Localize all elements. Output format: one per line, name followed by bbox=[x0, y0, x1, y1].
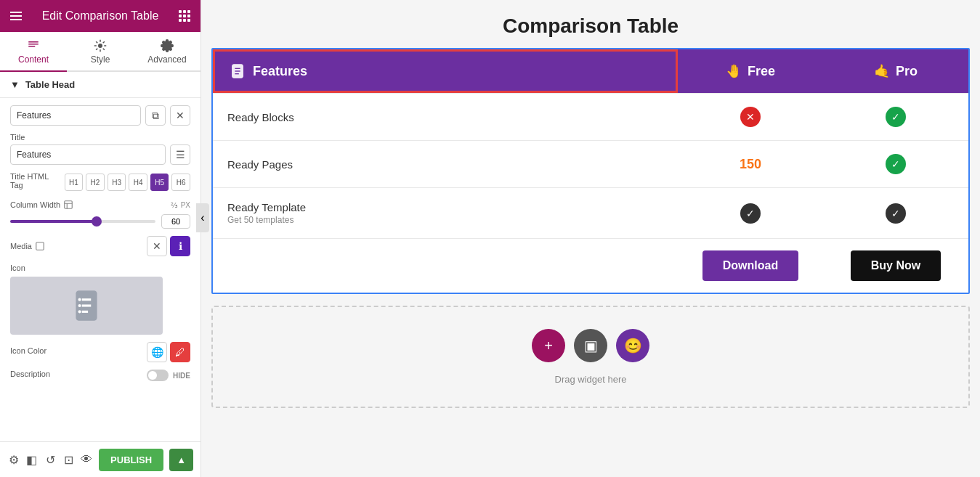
svg-point-1 bbox=[99, 44, 102, 48]
drag-text: Drag widget here bbox=[555, 374, 627, 385]
sidebar: Edit Comparison Table Content Style Adva… bbox=[0, 0, 201, 477]
svg-rect-3 bbox=[65, 201, 73, 209]
icon-preview bbox=[10, 277, 163, 335]
th-free-label: Free bbox=[748, 64, 775, 79]
description-hide-label: HIDE bbox=[173, 372, 190, 380]
buynow-button[interactable]: Buy Now bbox=[851, 250, 941, 281]
col-width-unit: ⅔ PX bbox=[171, 201, 190, 209]
tag-h3[interactable]: H3 bbox=[108, 174, 126, 191]
title-input-row: ☰ bbox=[10, 144, 190, 165]
th-features[interactable]: Features bbox=[213, 49, 678, 93]
icon-color-label: Icon Color bbox=[10, 346, 46, 355]
grid-icon[interactable] bbox=[179, 10, 190, 22]
tag-h5[interactable]: H5 bbox=[150, 174, 169, 191]
footer-download: Download bbox=[678, 250, 823, 281]
cross-icon: ✕ bbox=[740, 107, 761, 127]
svg-point-11 bbox=[78, 310, 81, 313]
title-field-group: Title ☰ bbox=[10, 133, 190, 165]
close-icon[interactable]: ✕ bbox=[170, 105, 190, 126]
settings-icon[interactable]: ⚙ bbox=[7, 448, 20, 471]
row3-main: Ready Template bbox=[227, 201, 306, 213]
svg-rect-4 bbox=[36, 242, 44, 250]
row1-free: ✕ bbox=[678, 94, 823, 140]
title-label: Title bbox=[10, 133, 190, 142]
tag-h6[interactable]: H6 bbox=[171, 174, 190, 191]
media-controls: ✕ ℹ bbox=[147, 236, 190, 256]
layers-icon[interactable]: ◧ bbox=[25, 448, 38, 471]
html-tag-label: Title HTML Tag bbox=[10, 172, 59, 189]
row2-name: Ready Pages bbox=[213, 141, 678, 187]
description-toggle[interactable] bbox=[147, 370, 169, 381]
table-footer: Download Buy Now bbox=[213, 238, 968, 293]
tab-content[interactable]: Content bbox=[0, 32, 67, 72]
row3-free: ✓ bbox=[678, 188, 823, 238]
footer-buynow: Buy Now bbox=[823, 250, 968, 281]
icon-color-picker[interactable]: 🖊 bbox=[170, 342, 190, 362]
download-button[interactable]: Download bbox=[702, 250, 798, 281]
sidebar-footer: ⚙ ◧ ↺ ⊡ 👁 PUBLISH ▲ bbox=[0, 441, 201, 477]
check-dark-icon-1: ✓ bbox=[740, 203, 761, 224]
main-content: Comparison Table Features 🤚 Free 🤙 bbox=[201, 0, 980, 477]
svg-point-9 bbox=[78, 298, 81, 301]
tag-h1[interactable]: H1 bbox=[65, 174, 84, 191]
icon-label-row: Icon bbox=[10, 264, 190, 272]
number-150: 150 bbox=[740, 157, 761, 172]
media-remove-icon[interactable]: ✕ bbox=[147, 236, 167, 256]
publish-button[interactable]: PUBLISH bbox=[99, 449, 163, 471]
templates-icon[interactable]: ⊡ bbox=[62, 448, 75, 471]
sidebar-header: Edit Comparison Table bbox=[0, 0, 201, 32]
tab-content-label: Content bbox=[18, 54, 49, 65]
tab-style[interactable]: Style bbox=[67, 32, 134, 72]
table-row: Ready Blocks ✕ ✓ bbox=[213, 93, 968, 140]
sidebar-tabs: Content Style Advanced bbox=[0, 32, 201, 72]
col-width-value-input[interactable] bbox=[161, 214, 190, 229]
col-width-slider[interactable] bbox=[10, 220, 155, 223]
field-name-row: ⧉ ✕ bbox=[10, 105, 190, 126]
row3-pro: ✓ bbox=[823, 188, 968, 238]
row3-sub: Get 50 templates bbox=[227, 215, 293, 225]
check-dark-icon-2: ✓ bbox=[886, 203, 906, 224]
col-width-label: Column Width bbox=[10, 200, 73, 210]
th-features-label: Features bbox=[253, 64, 307, 79]
publish-arrow-button[interactable]: ▲ bbox=[169, 449, 193, 471]
table-head: Features 🤚 Free 🤙 Pro bbox=[213, 49, 968, 93]
table-row: Ready Pages 150 ✓ bbox=[213, 140, 968, 187]
th-free: 🤚 Free bbox=[678, 49, 823, 93]
html-tag-row: Title HTML Tag H1 H2 H3 H4 H5 H6 bbox=[10, 172, 190, 192]
sidebar-title: Edit Comparison Table bbox=[22, 9, 179, 23]
tab-advanced[interactable]: Advanced bbox=[134, 32, 201, 72]
history-icon[interactable]: ↺ bbox=[44, 448, 56, 471]
section-header: ▼ Table Head bbox=[0, 72, 201, 98]
title-input[interactable] bbox=[10, 144, 166, 165]
hamburger-icon[interactable] bbox=[10, 12, 22, 20]
media-label: Media bbox=[10, 241, 45, 251]
description-label: Description bbox=[10, 370, 50, 378]
page-title: Comparison Table bbox=[201, 0, 980, 48]
drag-icons: + ▣ 😊 bbox=[532, 329, 649, 362]
check-green-icon: ✓ bbox=[886, 107, 906, 127]
field-name-input[interactable] bbox=[10, 105, 141, 126]
tag-h2[interactable]: H2 bbox=[86, 174, 105, 191]
table-row: Ready Template Get 50 templates ✓ ✓ bbox=[213, 187, 968, 238]
widget-button[interactable]: ▣ bbox=[574, 329, 607, 362]
icon-color-row: Icon Color 🌐 🖊 bbox=[10, 342, 190, 362]
sidebar-body: ⧉ ✕ Title ☰ Title HTML Tag H1 H2 H3 H4 H… bbox=[0, 98, 201, 441]
tab-style-label: Style bbox=[91, 54, 110, 65]
icon-color-global[interactable]: 🌐 bbox=[147, 342, 167, 362]
tag-h4[interactable]: H4 bbox=[129, 174, 147, 191]
collapse-icon[interactable]: ▼ bbox=[10, 79, 20, 90]
check-green-icon-2: ✓ bbox=[886, 154, 906, 174]
media-info-icon[interactable]: ℹ bbox=[170, 236, 190, 256]
eye-icon[interactable]: 👁 bbox=[81, 448, 93, 471]
description-row: Description HIDE bbox=[10, 370, 190, 381]
collapse-sidebar-toggle[interactable]: ‹ bbox=[196, 203, 209, 232]
duplicate-icon[interactable]: ⧉ bbox=[145, 105, 166, 126]
emoji-button[interactable]: 😊 bbox=[616, 329, 649, 362]
add-widget-button[interactable]: + bbox=[532, 329, 565, 362]
drag-area: + ▣ 😊 Drag widget here bbox=[211, 306, 970, 408]
media-row: Media ✕ ℹ bbox=[10, 236, 190, 256]
title-list-icon[interactable]: ☰ bbox=[170, 144, 190, 165]
row2-pro: ✓ bbox=[823, 141, 968, 187]
col-width-row: Column Width ⅔ PX bbox=[10, 200, 190, 229]
th-pro-label: Pro bbox=[896, 64, 918, 79]
